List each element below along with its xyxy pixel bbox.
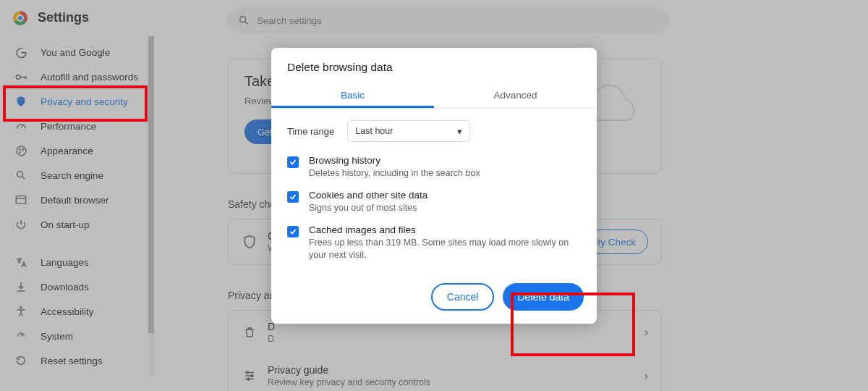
option-cache[interactable]: Cached images and files Frees up less th… (287, 224, 581, 261)
checkbox-checked-icon[interactable] (287, 156, 299, 168)
option-sub: Deletes history, including in the search… (309, 167, 480, 180)
option-cookies[interactable]: Cookies and other site data Signs you ou… (287, 190, 581, 214)
option-title: Cookies and other site data (309, 190, 427, 201)
tab-basic[interactable]: Basic (271, 84, 434, 108)
time-range-label: Time range (287, 126, 334, 137)
delete-data-button[interactable]: Delete data (503, 283, 584, 311)
cancel-button[interactable]: Cancel (431, 283, 495, 311)
time-range-select[interactable]: Last hour ▾ (347, 120, 470, 142)
checkbox-checked-icon[interactable] (287, 191, 299, 203)
chevron-down-icon: ▾ (457, 126, 462, 137)
option-sub: Frees up less than 319 MB. Some sites ma… (309, 237, 581, 261)
option-title: Browsing history (309, 155, 480, 166)
dialog-title: Delete browsing data (271, 48, 597, 84)
delete-browsing-data-dialog: Delete browsing data Basic Advanced Time… (271, 48, 597, 324)
option-browsing-history[interactable]: Browsing history Deletes history, includ… (287, 155, 581, 180)
time-range-value: Last hour (355, 126, 393, 136)
option-sub: Signs you out of most sites (309, 202, 427, 214)
tab-advanced[interactable]: Advanced (434, 84, 597, 108)
checkbox-checked-icon[interactable] (287, 226, 299, 237)
dialog-tabs: Basic Advanced (271, 84, 597, 109)
option-title: Cached images and files (309, 224, 581, 235)
